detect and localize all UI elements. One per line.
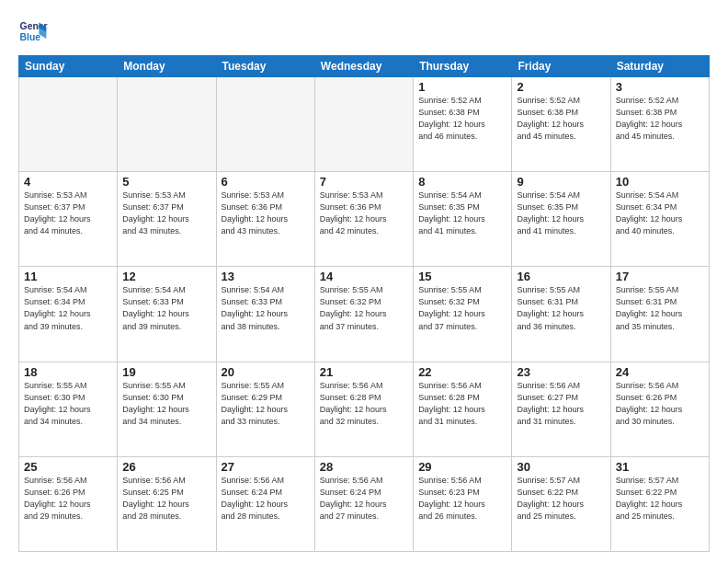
day-info: Sunrise: 5:54 AM Sunset: 6:35 PM Dayligh… [418, 190, 506, 237]
day-info: Sunrise: 5:53 AM Sunset: 6:37 PM Dayligh… [24, 190, 112, 237]
day-number: 9 [517, 175, 605, 189]
day-number: 15 [418, 270, 506, 283]
day-info: Sunrise: 5:55 AM Sunset: 6:32 PM Dayligh… [320, 284, 408, 332]
col-header-sunday: Sunday [19, 56, 118, 77]
calendar-cell: 16Sunrise: 5:55 AM Sunset: 6:31 PM Dayli… [512, 267, 610, 362]
day-info: Sunrise: 5:57 AM Sunset: 6:22 PM Dayligh… [616, 475, 704, 523]
calendar-cell: 9Sunrise: 5:54 AM Sunset: 6:35 PM Daylig… [512, 172, 610, 267]
calendar-week-1: 1Sunrise: 5:52 AM Sunset: 6:38 PM Daylig… [19, 77, 710, 172]
col-header-tuesday: Tuesday [216, 56, 314, 77]
day-number: 4 [24, 175, 112, 189]
calendar-cell: 24Sunrise: 5:56 AM Sunset: 6:26 PM Dayli… [610, 362, 709, 456]
calendar-cell: 19Sunrise: 5:55 AM Sunset: 6:30 PM Dayli… [118, 362, 216, 456]
day-info: Sunrise: 5:53 AM Sunset: 6:36 PM Dayligh… [320, 190, 408, 237]
day-info: Sunrise: 5:53 AM Sunset: 6:36 PM Dayligh… [222, 190, 310, 237]
day-number: 19 [122, 365, 210, 379]
calendar-week-5: 25Sunrise: 5:56 AM Sunset: 6:26 PM Dayli… [19, 456, 710, 551]
day-number: 7 [320, 175, 408, 189]
day-number: 27 [222, 460, 310, 474]
day-info: Sunrise: 5:56 AM Sunset: 6:25 PM Dayligh… [122, 475, 210, 523]
day-number: 17 [616, 270, 704, 283]
day-number: 21 [320, 365, 408, 379]
calendar-cell: 20Sunrise: 5:55 AM Sunset: 6:29 PM Dayli… [216, 362, 314, 456]
calendar-cell: 26Sunrise: 5:56 AM Sunset: 6:25 PM Dayli… [118, 456, 216, 551]
day-info: Sunrise: 5:55 AM Sunset: 6:31 PM Dayligh… [616, 284, 704, 332]
day-number: 3 [616, 80, 704, 94]
day-number: 25 [24, 460, 112, 474]
calendar-cell: 27Sunrise: 5:56 AM Sunset: 6:24 PM Dayli… [216, 456, 314, 551]
day-info: Sunrise: 5:55 AM Sunset: 6:31 PM Dayligh… [517, 284, 605, 332]
calendar-cell: 18Sunrise: 5:55 AM Sunset: 6:30 PM Dayli… [19, 362, 118, 456]
calendar-cell [19, 77, 118, 172]
calendar-cell: 23Sunrise: 5:56 AM Sunset: 6:27 PM Dayli… [512, 362, 610, 456]
day-number: 16 [517, 270, 605, 283]
calendar-cell: 14Sunrise: 5:55 AM Sunset: 6:32 PM Dayli… [314, 267, 413, 362]
day-number: 10 [616, 175, 704, 189]
day-info: Sunrise: 5:53 AM Sunset: 6:37 PM Dayligh… [122, 190, 210, 237]
day-info: Sunrise: 5:56 AM Sunset: 6:23 PM Dayligh… [418, 475, 506, 523]
day-info: Sunrise: 5:55 AM Sunset: 6:32 PM Dayligh… [418, 284, 506, 332]
calendar-cell [314, 77, 413, 172]
day-info: Sunrise: 5:56 AM Sunset: 6:27 PM Dayligh… [517, 380, 605, 428]
day-number: 18 [24, 365, 112, 379]
calendar-cell: 2Sunrise: 5:52 AM Sunset: 6:38 PM Daylig… [512, 77, 610, 172]
day-number: 11 [24, 270, 112, 283]
day-info: Sunrise: 5:54 AM Sunset: 6:35 PM Dayligh… [517, 190, 605, 237]
day-number: 12 [122, 270, 210, 283]
calendar-cell: 5Sunrise: 5:53 AM Sunset: 6:37 PM Daylig… [118, 172, 216, 267]
calendar-cell: 28Sunrise: 5:56 AM Sunset: 6:24 PM Dayli… [314, 456, 413, 551]
calendar-cell: 25Sunrise: 5:56 AM Sunset: 6:26 PM Dayli… [19, 456, 118, 551]
day-number: 24 [616, 365, 704, 379]
calendar-cell: 22Sunrise: 5:56 AM Sunset: 6:28 PM Dayli… [414, 362, 512, 456]
day-number: 30 [517, 460, 605, 474]
calendar-cell: 13Sunrise: 5:54 AM Sunset: 6:33 PM Dayli… [216, 267, 314, 362]
day-info: Sunrise: 5:55 AM Sunset: 6:30 PM Dayligh… [122, 380, 210, 428]
calendar-week-3: 11Sunrise: 5:54 AM Sunset: 6:34 PM Dayli… [19, 267, 710, 362]
day-number: 23 [517, 365, 605, 379]
day-info: Sunrise: 5:54 AM Sunset: 6:33 PM Dayligh… [222, 284, 310, 332]
calendar-page: General Blue SundayMondayTuesdayWednesda… [0, 0, 728, 563]
calendar-header-row: SundayMondayTuesdayWednesdayThursdayFrid… [19, 56, 710, 77]
day-info: Sunrise: 5:55 AM Sunset: 6:30 PM Dayligh… [24, 380, 112, 428]
calendar-cell: 8Sunrise: 5:54 AM Sunset: 6:35 PM Daylig… [414, 172, 512, 267]
calendar-cell: 6Sunrise: 5:53 AM Sunset: 6:36 PM Daylig… [216, 172, 314, 267]
day-info: Sunrise: 5:52 AM Sunset: 6:38 PM Dayligh… [616, 95, 704, 143]
calendar-cell: 4Sunrise: 5:53 AM Sunset: 6:37 PM Daylig… [19, 172, 118, 267]
calendar-cell: 29Sunrise: 5:56 AM Sunset: 6:23 PM Dayli… [414, 456, 512, 551]
calendar-cell: 10Sunrise: 5:54 AM Sunset: 6:34 PM Dayli… [610, 172, 709, 267]
calendar-cell: 21Sunrise: 5:56 AM Sunset: 6:28 PM Dayli… [314, 362, 413, 456]
calendar-cell: 15Sunrise: 5:55 AM Sunset: 6:32 PM Dayli… [414, 267, 512, 362]
col-header-thursday: Thursday [414, 56, 512, 77]
day-info: Sunrise: 5:52 AM Sunset: 6:38 PM Dayligh… [418, 95, 506, 143]
day-info: Sunrise: 5:54 AM Sunset: 6:34 PM Dayligh… [24, 284, 112, 332]
day-number: 28 [320, 460, 408, 474]
calendar-cell: 7Sunrise: 5:53 AM Sunset: 6:36 PM Daylig… [314, 172, 413, 267]
day-number: 8 [418, 175, 506, 189]
calendar-week-4: 18Sunrise: 5:55 AM Sunset: 6:30 PM Dayli… [19, 362, 710, 456]
calendar-cell: 12Sunrise: 5:54 AM Sunset: 6:33 PM Dayli… [118, 267, 216, 362]
day-number: 22 [418, 365, 506, 379]
calendar-cell [118, 77, 216, 172]
svg-text:Blue: Blue [20, 32, 41, 42]
day-number: 2 [517, 80, 605, 94]
day-info: Sunrise: 5:54 AM Sunset: 6:34 PM Dayligh… [616, 190, 704, 237]
day-number: 13 [222, 270, 310, 283]
day-info: Sunrise: 5:56 AM Sunset: 6:28 PM Dayligh… [320, 380, 408, 428]
day-number: 5 [122, 175, 210, 189]
calendar-cell: 1Sunrise: 5:52 AM Sunset: 6:38 PM Daylig… [414, 77, 512, 172]
day-info: Sunrise: 5:56 AM Sunset: 6:24 PM Dayligh… [320, 475, 408, 523]
col-header-friday: Friday [512, 56, 610, 77]
day-info: Sunrise: 5:56 AM Sunset: 6:24 PM Dayligh… [222, 475, 310, 523]
calendar-cell: 11Sunrise: 5:54 AM Sunset: 6:34 PM Dayli… [19, 267, 118, 362]
day-info: Sunrise: 5:57 AM Sunset: 6:22 PM Dayligh… [517, 475, 605, 523]
day-number: 31 [616, 460, 704, 474]
day-number: 6 [222, 175, 310, 189]
day-number: 14 [320, 270, 408, 283]
day-info: Sunrise: 5:56 AM Sunset: 6:26 PM Dayligh… [24, 475, 112, 523]
calendar-cell: 17Sunrise: 5:55 AM Sunset: 6:31 PM Dayli… [610, 267, 709, 362]
day-number: 26 [122, 460, 210, 474]
col-header-saturday: Saturday [610, 56, 709, 77]
day-info: Sunrise: 5:54 AM Sunset: 6:33 PM Dayligh… [122, 284, 210, 332]
calendar-cell [216, 77, 314, 172]
calendar-cell: 31Sunrise: 5:57 AM Sunset: 6:22 PM Dayli… [610, 456, 709, 551]
